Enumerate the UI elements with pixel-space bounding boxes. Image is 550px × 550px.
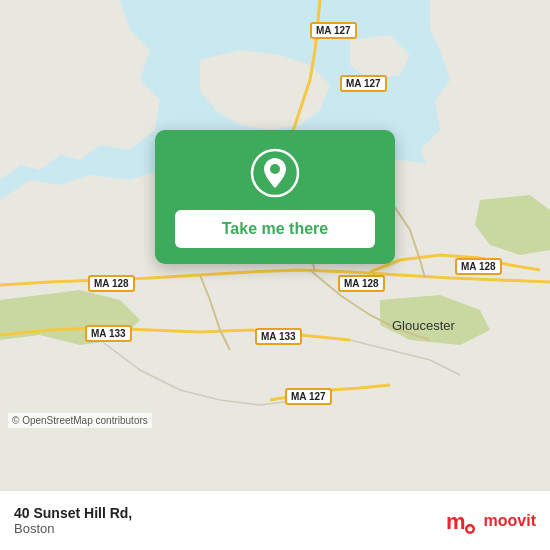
moovit-icon: m (442, 503, 478, 539)
road-badge-ma128-3: MA 128 (455, 258, 502, 275)
road-badge-ma133-1: MA 133 (85, 325, 132, 342)
moovit-text: moovit (484, 512, 536, 530)
address-area: 40 Sunset Hill Rd, Boston (14, 505, 132, 536)
road-badge-ma127-2: MA 127 (340, 75, 387, 92)
bottom-bar: 40 Sunset Hill Rd, Boston m moovit (0, 490, 550, 550)
road-badge-ma128-2: MA 128 (338, 275, 385, 292)
osm-credit: © OpenStreetMap contributors (8, 413, 152, 428)
address-line: 40 Sunset Hill Rd, (14, 505, 132, 521)
map-container: MA 127 MA 127 MA 128 MA 128 MA 128 MA 13… (0, 0, 550, 490)
road-badge-ma127-1: MA 127 (310, 22, 357, 39)
moovit-logo: m moovit (442, 503, 536, 539)
road-badge-ma128-1: MA 128 (88, 275, 135, 292)
svg-point-2 (270, 164, 280, 174)
city-line: Boston (14, 521, 132, 536)
svg-text:m: m (446, 509, 466, 534)
road-badge-ma133-2: MA 133 (255, 328, 302, 345)
road-badge-ma127-3: MA 127 (285, 388, 332, 405)
svg-point-6 (467, 526, 472, 531)
city-label: Gloucester (392, 318, 455, 333)
take-me-there-button[interactable]: Take me there (175, 210, 375, 248)
card-overlay: Take me there (155, 130, 395, 264)
location-pin-icon (250, 148, 300, 198)
